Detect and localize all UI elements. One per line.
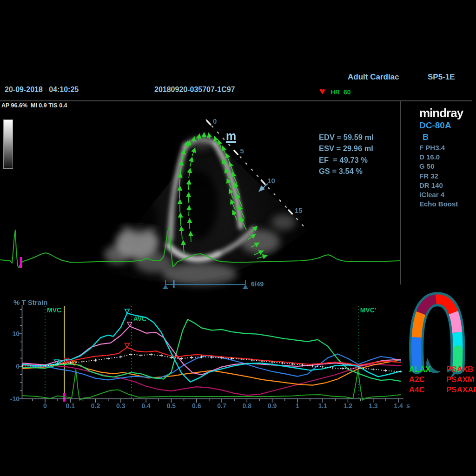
imaging-mode: B — [423, 132, 429, 142]
probe-model: SP5-1E — [428, 73, 455, 82]
measurement-results: EDV = 59.59 mlESV = 29.96 mlEF = 49.73 %… — [319, 132, 374, 177]
device-model: DC-80A — [419, 120, 451, 131]
y-tick-label: -10 — [10, 395, 20, 403]
chart-playhead[interactable] — [63, 306, 66, 402]
mindray-watermark: m — [226, 130, 236, 143]
ultrasound-fan-image — [101, 134, 308, 285]
event-label: MVC — [47, 306, 61, 314]
x-tick-label: 0.4 — [141, 402, 151, 410]
legend-item: PSAXAP — [446, 385, 476, 395]
view-legend-left: ALAXA2CA4C — [409, 364, 430, 395]
depth-label: 5 — [240, 147, 244, 155]
strain-curve-ecg — [22, 370, 401, 400]
x-tick-label: 0.1 — [66, 402, 75, 410]
x-tick-label: 0.8 — [243, 402, 252, 410]
graphics-layer: 051015 MVCAVCMVC'100-1000.10.20.30.40.50… — [0, 0, 476, 476]
x-tick-label: 1.2 — [344, 402, 353, 410]
x-tick-label: 0.6 — [192, 402, 201, 410]
grayscale-bar — [3, 119, 13, 169]
peak-marker — [125, 343, 129, 347]
imaging-param: FR 32 — [419, 172, 458, 181]
imaging-param: Echo Boost — [419, 199, 458, 209]
strain-curve-segment-pink — [22, 326, 401, 375]
view-legend-right: PSAXBPSAXMPSAXAP — [446, 364, 476, 395]
study-id: 20180920-035707-1C97 — [154, 86, 235, 94]
measurement-line: ESV = 29.96 ml — [319, 143, 374, 154]
y-tick-label: 10 — [12, 330, 20, 337]
ecg-frame-marker — [20, 257, 22, 268]
x-tick-label: 0.2 — [91, 402, 100, 410]
depth-label: 10 — [267, 177, 275, 185]
imaging-params: F PH3.4D 16.0G 50FR 32DR 140iClear 4Echo… — [419, 143, 458, 209]
ultrasound-screen: 051015 MVCAVCMVC'100-1000.10.20.30.40.50… — [0, 0, 476, 476]
x-tick-label: 1.4 — [394, 402, 403, 410]
x-tick-label: 0.7 — [217, 402, 226, 410]
measurement-line: EF = 49.73 % — [319, 154, 374, 165]
x-axis-unit: s — [406, 402, 410, 410]
y-tick-label: 0 — [16, 363, 20, 370]
legend-item: ALAX — [409, 364, 430, 375]
x-tick-label: 0.3 — [116, 402, 126, 410]
x-tick-label: 1 — [296, 402, 299, 410]
chart-title: % T Strain — [13, 298, 47, 306]
heart-icon: ♥ — [319, 87, 325, 95]
measurement-line: EDV = 59.59 ml — [319, 132, 374, 143]
legend-item: A4C — [409, 385, 430, 395]
datetime: 20-09-2018 04:10:25 — [5, 86, 79, 94]
event-label: MVC' — [360, 306, 376, 314]
x-tick-label: 1.1 — [318, 402, 327, 410]
x-tick-label: 0 — [43, 402, 47, 410]
panel-divider — [400, 101, 401, 284]
frame-indicator: 6/49 — [251, 280, 264, 288]
legend-item: PSAXM — [446, 375, 476, 385]
x-tick-label: 0.5 — [167, 402, 176, 410]
strain-chart: MVCAVCMVC'100-1000.10.20.30.40.50.60.70.… — [10, 305, 410, 410]
measurement-line: GS = 3.54 % — [319, 165, 374, 177]
imaging-param: iClear 4 — [419, 190, 458, 199]
imaging-param: F PH3.4 — [419, 143, 458, 152]
acoustic-power-status: AP 96.6% MI 0.9 TIS 0.4 — [1, 102, 67, 109]
imaging-param: G 50 — [419, 162, 458, 171]
brand-logo: mindray — [419, 106, 463, 120]
imaging-param: DR 140 — [419, 181, 458, 190]
depth-label: 0 — [213, 117, 217, 125]
depth-label: 15 — [295, 206, 303, 214]
x-tick-label: 0.9 — [268, 402, 277, 410]
legend-item: A2C — [409, 375, 430, 385]
heart-rate: HR 60 — [331, 88, 351, 96]
x-tick-label: 1.3 — [369, 402, 378, 410]
peak-marker — [125, 309, 129, 313]
legend-item: PSAXB — [446, 364, 476, 375]
exam-type: Adult Cardiac — [348, 73, 399, 82]
imaging-param: D 16.0 — [419, 152, 458, 162]
